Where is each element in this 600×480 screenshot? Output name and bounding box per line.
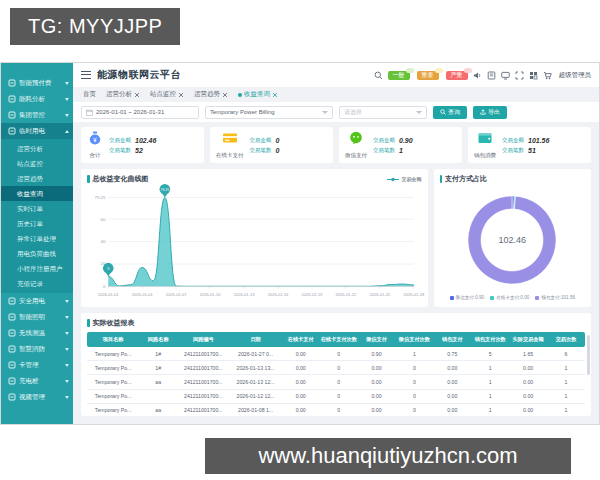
donut-legend-item[interactable]: 在线卡支付:0.00 bbox=[490, 295, 529, 300]
windows-icon[interactable] bbox=[529, 71, 538, 80]
alarm-badge[interactable]: 严重 bbox=[446, 71, 468, 80]
tab-运营趋势[interactable]: 运营趋势 bbox=[194, 90, 228, 99]
card-icon bbox=[8, 361, 16, 369]
alarm-badges: 一般重要严重 bbox=[388, 71, 468, 80]
donut-legend-item[interactable]: 微信支付:0.90 bbox=[450, 295, 485, 300]
svg-text:2026-01-25: 2026-01-25 bbox=[370, 292, 391, 297]
cart-icon[interactable] bbox=[543, 71, 552, 80]
table-row[interactable]: Temporary Po...aa241211001700...2026-01-… bbox=[87, 375, 585, 389]
sidebar-item-energy-analysis[interactable]: 能耗分析 bbox=[1, 91, 73, 107]
stat-amount: 0.90 bbox=[399, 137, 413, 144]
fullscreen-icon[interactable] bbox=[515, 71, 524, 80]
close-tab-icon[interactable] bbox=[272, 92, 278, 98]
table-row[interactable]: Temporary Po...1#241211001700...2026-01-… bbox=[87, 361, 585, 375]
svg-text:2026-01-28: 2026-01-28 bbox=[403, 292, 424, 297]
site-select-placeholder: 请选择 bbox=[344, 108, 362, 117]
sidebar-item-charging-pile[interactable]: 充电桩 bbox=[1, 373, 73, 389]
sidebar-item-label: 临时用电 bbox=[19, 127, 63, 136]
tab-站点监控[interactable]: 站点监控 bbox=[150, 90, 184, 99]
table-cell: 1 bbox=[547, 375, 585, 389]
tab-运营分析[interactable]: 运营分析 bbox=[106, 90, 140, 99]
billing-type-select[interactable]: Temporary Power Billing bbox=[205, 106, 333, 119]
stat-count: 51 bbox=[528, 147, 536, 154]
search-button[interactable]: 查询 bbox=[433, 106, 467, 119]
svg-text:40: 40 bbox=[101, 239, 106, 244]
chevron-down-icon bbox=[65, 396, 69, 399]
hamburger-menu-icon[interactable] bbox=[81, 71, 91, 79]
shield-icon bbox=[8, 297, 16, 305]
stat-card-name: 钱包消费 bbox=[474, 152, 496, 159]
svg-text:9: 9 bbox=[107, 267, 109, 271]
sidebar-subitem[interactable]: 站点监控 bbox=[1, 156, 73, 171]
table-cell: 0 bbox=[320, 375, 358, 389]
chevron-up-icon bbox=[65, 130, 69, 133]
speaker-icon[interactable] bbox=[473, 71, 482, 80]
table-cell: 241211001700... bbox=[177, 375, 229, 389]
sidebar-item-smart-fire[interactable]: 智慧消防 bbox=[1, 341, 73, 357]
table-cell: 0.00 bbox=[509, 389, 547, 403]
search-icon[interactable] bbox=[374, 71, 383, 80]
docs-icon[interactable] bbox=[487, 71, 496, 80]
table-scrollbar[interactable] bbox=[587, 335, 590, 375]
sidebar-subitem[interactable]: 用电负荷曲线 bbox=[1, 246, 73, 261]
line-chart-legend[interactable]: 交易金额 bbox=[387, 176, 422, 182]
sidebar-item-safe-power[interactable]: 安全用电 bbox=[1, 293, 73, 309]
table-cell: 2026-01-13 12... bbox=[229, 375, 281, 389]
table-cell: Temporary Po... bbox=[87, 375, 139, 389]
sidebar-item-smart-lighting[interactable]: 智能照明 bbox=[1, 309, 73, 325]
sidebar-item-card-mgmt[interactable]: 卡管理 bbox=[1, 357, 73, 373]
table-row[interactable]: Temporary Po...aa241211001700...2026-01-… bbox=[87, 403, 585, 416]
sidebar-subitem[interactable]: 小程序注册用户 bbox=[1, 261, 73, 276]
sidebar-item-wireless-temp[interactable]: 无线测温 bbox=[1, 325, 73, 341]
stat-count: 52 bbox=[135, 147, 143, 154]
table-row[interactable]: Temporary Po...1#241211001700...2026-01-… bbox=[87, 347, 585, 361]
table-cell: 2026-01-08 1... bbox=[229, 403, 281, 416]
tab-首页[interactable]: 首页 bbox=[83, 90, 96, 99]
active-tab-dot bbox=[238, 93, 242, 97]
tab-收益查询[interactable]: 收益查询 bbox=[238, 90, 278, 99]
sidebar-item-group-control[interactable]: 集团管控 bbox=[1, 107, 73, 123]
column-header: 交易次数 bbox=[547, 332, 585, 347]
table-cell: 1 bbox=[547, 403, 585, 416]
plug-icon bbox=[8, 127, 16, 135]
table-cell: 0.00 bbox=[358, 361, 396, 375]
alarm-badge[interactable]: 一般 bbox=[388, 71, 410, 80]
donut-title-row: 支付方式占比 bbox=[440, 174, 585, 184]
sidebar-subitem[interactable]: 异常订单处理 bbox=[1, 231, 73, 246]
sidebar-subitem[interactable]: 充值记录 bbox=[1, 276, 73, 291]
table-cell: 1# bbox=[139, 347, 177, 361]
date-range-input[interactable]: 2026-01-01 ~ 2026-01-31 bbox=[81, 106, 199, 119]
sidebar-subitem[interactable]: 收益查询 bbox=[1, 186, 73, 201]
export-button[interactable]: 导出 bbox=[473, 106, 507, 119]
svg-text:2026-01-22: 2026-01-22 bbox=[336, 292, 357, 297]
close-tab-icon[interactable] bbox=[178, 92, 184, 98]
revenue-line-chart[interactable]: 020406079.252026-01-012026-01-042026-01-… bbox=[87, 184, 422, 302]
close-tab-icon[interactable] bbox=[222, 92, 228, 98]
thermometer-icon bbox=[8, 329, 16, 337]
charger-icon bbox=[8, 377, 16, 385]
close-tab-icon[interactable] bbox=[134, 92, 140, 98]
stat-cards-row: 合计 交易金额102.46 交易笔数52 在线卡支付 交易金额0 交易笔数0 微… bbox=[73, 122, 599, 165]
user-name[interactable]: 超级管理员 bbox=[559, 71, 592, 80]
site-select[interactable]: 请选择 bbox=[339, 106, 427, 119]
sidebar-subitem[interactable]: 运营趋势 bbox=[1, 171, 73, 186]
sidebar-item-temp-power[interactable]: 临时用电 bbox=[1, 123, 73, 139]
chevron-down-icon bbox=[65, 364, 69, 367]
sidebar-subitem[interactable]: 实时订单 bbox=[1, 201, 73, 216]
sidebar-item-video-mgmt[interactable]: 视频管理 bbox=[1, 389, 73, 405]
sidebar-subitem[interactable]: 运营分析 bbox=[1, 141, 73, 156]
table-cell: 241211001700... bbox=[177, 347, 229, 361]
stat-card-在线卡支付: 在线卡支付 交易金额0 交易笔数0 bbox=[210, 127, 333, 163]
table-row[interactable]: Temporary Po...241211001700...2026-01-12… bbox=[87, 389, 585, 403]
sidebar-item-label: 安全用电 bbox=[19, 297, 63, 306]
alarm-badge[interactable]: 重要 bbox=[417, 71, 439, 80]
svg-text:2026-01-13: 2026-01-13 bbox=[234, 292, 255, 297]
donut-chart-wrap: 102.46 bbox=[440, 184, 585, 295]
sidebar-subitem[interactable]: 历史订单 bbox=[1, 216, 73, 231]
svg-text:79.25: 79.25 bbox=[94, 195, 105, 200]
sidebar-submenu: 运营分析站点监控运营趋势收益查询实时订单历史订单异常订单处理用电负荷曲线小程序注… bbox=[1, 139, 73, 293]
table-cell: Temporary Po... bbox=[87, 361, 139, 375]
monitor-icon[interactable] bbox=[501, 71, 510, 80]
donut-legend-item[interactable]: 钱包支付:101.56 bbox=[535, 295, 575, 300]
sidebar-item-smart-prepaid[interactable]: 智能预付费 bbox=[1, 75, 73, 91]
